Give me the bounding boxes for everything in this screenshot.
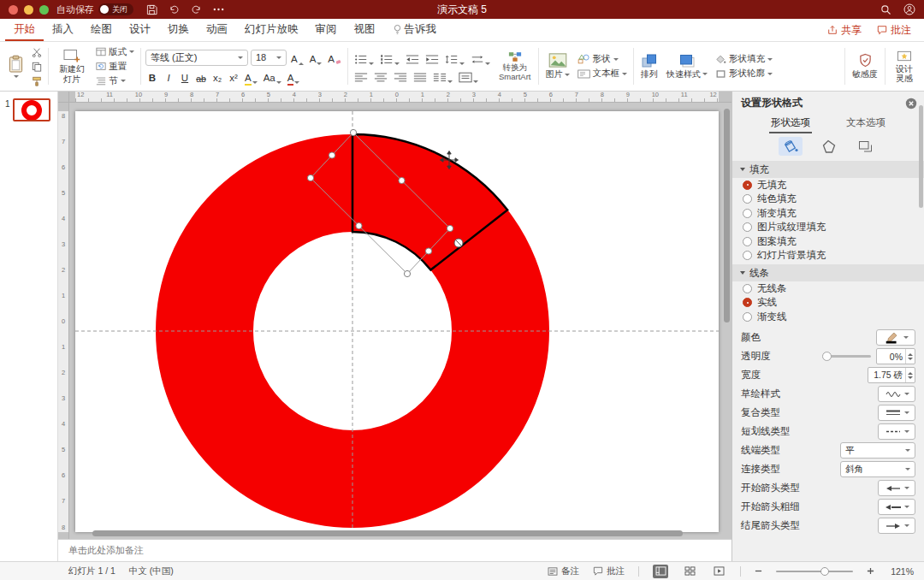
tab-animations[interactable]: 动画 xyxy=(198,19,236,41)
fill-option-no-fill[interactable]: 无填充 xyxy=(732,178,924,192)
undo-button[interactable] xyxy=(169,4,180,15)
zoom-window-button[interactable] xyxy=(39,5,49,15)
section-button[interactable]: 节 xyxy=(94,74,136,87)
increase-indent-button[interactable] xyxy=(424,50,441,65)
slider-knob[interactable] xyxy=(822,352,832,361)
stepper-arrows-icon[interactable] xyxy=(905,368,915,382)
paste-button[interactable] xyxy=(5,54,27,79)
layout-button[interactable]: 版式 xyxy=(94,45,136,58)
columns-button[interactable] xyxy=(431,68,454,83)
selection-handle[interactable] xyxy=(307,175,313,181)
language-indicator[interactable]: 中文 (中国) xyxy=(129,565,174,577)
save-button[interactable] xyxy=(146,4,157,15)
fill-section-header[interactable]: 填充 xyxy=(732,161,924,178)
line-option-gradient[interactable]: 渐变线 xyxy=(732,310,924,324)
insert-textbox-button[interactable]: 文本框 xyxy=(576,68,630,80)
cut-button[interactable] xyxy=(30,45,44,58)
slideshow-view-button[interactable] xyxy=(711,565,726,578)
new-slide-button[interactable]: 新建幻灯片 xyxy=(53,48,91,85)
bullets-button[interactable] xyxy=(352,50,376,65)
fill-option-pattern[interactable]: 图案填充 xyxy=(732,234,924,249)
begin-arrow-width-select[interactable] xyxy=(878,499,915,515)
tab-text-options[interactable]: 文本选项 xyxy=(844,116,887,133)
sketch-style-select[interactable] xyxy=(878,386,915,402)
align-text-button[interactable] xyxy=(457,68,480,83)
strikethrough-button[interactable]: ab xyxy=(194,69,208,84)
convert-to-smartart-button[interactable]: 转换为 SmartArt xyxy=(496,44,533,88)
normal-view-button[interactable] xyxy=(653,565,668,578)
underline-button[interactable]: U xyxy=(178,69,192,84)
line-spacing-button[interactable] xyxy=(443,50,466,65)
arrange-button[interactable]: 排列 xyxy=(638,53,660,80)
copy-button[interactable] xyxy=(30,60,44,73)
highlight-color-button[interactable]: A xyxy=(243,69,259,84)
increase-font-size-button[interactable]: A xyxy=(289,50,305,65)
line-option-no-line[interactable]: 无线条 xyxy=(732,281,924,296)
autosave-toggle[interactable]: 关闭 xyxy=(98,3,133,15)
align-center-button[interactable] xyxy=(372,68,389,83)
change-case-button[interactable]: Aa xyxy=(262,69,283,84)
begin-arrow-type-select[interactable] xyxy=(878,480,915,496)
reset-button[interactable]: 重置 xyxy=(94,60,136,73)
font-name-select[interactable]: 等线 (正文) xyxy=(145,50,248,66)
selection-handle[interactable] xyxy=(447,225,453,231)
zoom-in-button[interactable] xyxy=(867,567,874,575)
decrease-font-size-button[interactable]: A xyxy=(308,50,324,65)
horizontal-scrollbar[interactable] xyxy=(92,530,683,536)
numbering-button[interactable] xyxy=(378,50,401,65)
insert-shapes-button[interactable]: 形状 xyxy=(576,53,630,66)
fill-option-solid[interactable]: 纯色填充 xyxy=(732,192,924,207)
font-color-button[interactable]: A xyxy=(286,69,302,84)
compound-type-select[interactable] xyxy=(878,405,915,421)
transparency-slider[interactable] xyxy=(823,355,871,358)
rotate-handle-icon[interactable] xyxy=(454,239,463,247)
align-right-button[interactable] xyxy=(392,68,409,83)
selection-handle[interactable] xyxy=(425,248,431,254)
font-size-select[interactable]: 18 xyxy=(251,50,287,66)
autosave-control[interactable]: 自动保存 关闭 xyxy=(56,3,133,16)
transparency-input[interactable]: 0% xyxy=(876,348,915,364)
tab-draw[interactable]: 绘图 xyxy=(82,19,121,41)
decrease-indent-button[interactable] xyxy=(404,50,421,65)
notes-toggle-button[interactable]: 备注 xyxy=(548,565,579,577)
redo-button[interactable] xyxy=(191,4,202,15)
close-window-button[interactable] xyxy=(9,5,18,15)
italic-button[interactable]: I xyxy=(162,69,175,84)
tab-shape-options[interactable]: 形状选项 xyxy=(769,116,812,133)
comments-button[interactable]: 批注 xyxy=(869,19,919,41)
selection-handle[interactable] xyxy=(356,222,362,228)
slide-thumbnail-1[interactable]: 1 xyxy=(5,98,54,121)
justify-button[interactable] xyxy=(412,68,429,83)
end-arrow-type-select[interactable] xyxy=(878,518,915,534)
size-properties-icon[interactable] xyxy=(854,137,878,156)
line-color-picker[interactable] xyxy=(876,329,915,346)
close-panel-icon[interactable] xyxy=(905,98,917,109)
zoom-level[interactable]: 121% xyxy=(888,566,914,577)
fill-option-slide-background[interactable]: 幻灯片背景填充 xyxy=(732,249,924,263)
zoom-slider[interactable] xyxy=(776,566,853,577)
tab-slideshow[interactable]: 幻灯片放映 xyxy=(236,19,307,41)
superscript-button[interactable]: x² xyxy=(227,69,240,84)
tab-review[interactable]: 审阅 xyxy=(307,19,346,41)
account-icon[interactable] xyxy=(903,3,915,15)
line-section-header[interactable]: 线条 xyxy=(732,264,924,281)
more-commands-icon[interactable] xyxy=(213,8,224,11)
clear-formatting-button[interactable]: A xyxy=(326,50,343,65)
minimize-window-button[interactable] xyxy=(24,5,33,15)
dash-type-select[interactable] xyxy=(878,423,915,440)
tab-view[interactable]: 视图 xyxy=(346,19,384,41)
line-width-input[interactable]: 1.75 磅 xyxy=(868,367,915,383)
join-type-select[interactable]: 斜角 xyxy=(840,461,915,477)
line-option-solid[interactable]: 实线 xyxy=(732,296,924,311)
comments-toggle-button[interactable]: 批注 xyxy=(593,565,625,577)
shape-fill-button[interactable]: 形状填充 xyxy=(714,53,774,66)
selection-handle[interactable] xyxy=(399,177,405,183)
quick-styles-button[interactable]: 快速样式 xyxy=(664,53,710,80)
slide-editing-surface[interactable] xyxy=(75,111,719,532)
effects-icon[interactable] xyxy=(816,137,840,156)
format-painter-button[interactable] xyxy=(30,74,44,87)
design-ideas-button[interactable]: 设计灵感 xyxy=(890,44,919,88)
stepper-arrows-icon[interactable] xyxy=(905,349,915,364)
align-left-button[interactable] xyxy=(352,68,370,83)
selection-handle[interactable] xyxy=(350,129,356,135)
